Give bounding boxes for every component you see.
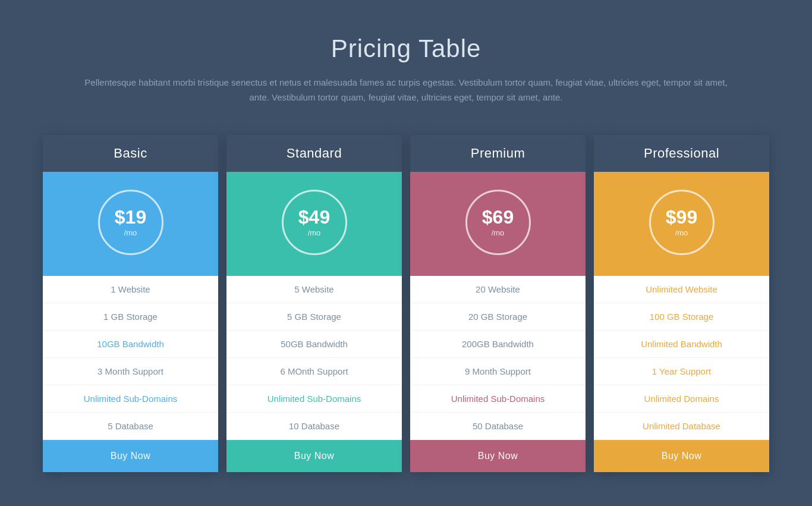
feature-item-premium-1: 20 GB Storage bbox=[410, 303, 586, 331]
feature-item-premium-0: 20 Website bbox=[410, 276, 586, 303]
feature-item-basic-5: 5 Database bbox=[43, 413, 218, 440]
plan-header-standard: Standard bbox=[226, 135, 402, 172]
plan-header-basic: Basic bbox=[43, 135, 218, 172]
price-circle-standard: $49/mo bbox=[282, 190, 347, 255]
plan-name-standard: Standard bbox=[287, 146, 342, 161]
plan-price-section-premium: $69/mo bbox=[410, 172, 586, 276]
plan-header-professional: Professional bbox=[594, 135, 769, 172]
plan-price-section-standard: $49/mo bbox=[226, 172, 402, 276]
price-period-premium: /mo bbox=[492, 228, 505, 237]
feature-item-basic-1: 1 GB Storage bbox=[43, 303, 218, 331]
buy-now-button-premium[interactable]: Buy Now bbox=[410, 440, 586, 472]
price-period-professional: /mo bbox=[675, 228, 688, 237]
feature-item-premium-3: 9 Month Support bbox=[410, 358, 586, 385]
price-amount-premium: $69 bbox=[482, 207, 514, 228]
buy-now-button-basic[interactable]: Buy Now bbox=[43, 440, 218, 472]
feature-item-premium-2: 200GB Bandwidth bbox=[410, 331, 586, 358]
feature-item-professional-5: Unlimited Database bbox=[594, 413, 769, 440]
plan-features-premium: 20 Website20 GB Storage200GB Bandwidth9 … bbox=[410, 276, 586, 440]
feature-item-standard-4: Unlimited Sub-Domains bbox=[226, 385, 402, 413]
plan-name-premium: Premium bbox=[471, 146, 525, 161]
feature-item-standard-1: 5 GB Storage bbox=[226, 303, 402, 331]
feature-item-premium-4: Unlimited Sub-Domains bbox=[410, 385, 586, 413]
price-circle-professional: $99/mo bbox=[649, 190, 715, 255]
plan-card-premium: Premium$69/mo20 Website20 GB Storage200G… bbox=[410, 135, 586, 472]
feature-item-basic-0: 1 Website bbox=[43, 276, 218, 303]
price-period-basic: /mo bbox=[124, 228, 137, 237]
plan-card-professional: Professional$99/moUnlimited Website100 G… bbox=[594, 135, 769, 472]
plan-price-section-basic: $19/mo bbox=[43, 172, 218, 276]
feature-item-standard-0: 5 Website bbox=[226, 276, 402, 303]
feature-item-professional-4: Unlimited Domains bbox=[594, 385, 769, 413]
feature-item-standard-5: 10 Database bbox=[226, 413, 402, 440]
plan-name-professional: Professional bbox=[644, 146, 719, 161]
plan-price-section-professional: $99/mo bbox=[594, 172, 769, 276]
page-title: Pricing Table bbox=[32, 34, 780, 63]
page-wrapper: Pricing Table Pellentesque habitant morb… bbox=[32, 34, 780, 472]
feature-item-professional-1: 100 GB Storage bbox=[594, 303, 769, 331]
price-period-standard: /mo bbox=[308, 228, 321, 237]
feature-item-premium-5: 50 Database bbox=[410, 413, 586, 440]
price-amount-basic: $19 bbox=[115, 207, 146, 228]
plan-card-basic: Basic$19/mo1 Website1 GB Storage10GB Ban… bbox=[43, 135, 218, 472]
page-description: Pellentesque habitant morbi tristique se… bbox=[79, 75, 733, 105]
buy-now-button-standard[interactable]: Buy Now bbox=[226, 440, 402, 472]
buy-now-button-professional[interactable]: Buy Now bbox=[594, 440, 769, 472]
feature-item-standard-3: 6 MOnth Support bbox=[226, 358, 402, 385]
plan-name-basic: Basic bbox=[114, 146, 147, 161]
price-amount-professional: $99 bbox=[666, 207, 697, 228]
plan-features-professional: Unlimited Website100 GB StorageUnlimited… bbox=[594, 276, 769, 440]
plans-container: Basic$19/mo1 Website1 GB Storage10GB Ban… bbox=[32, 135, 780, 472]
feature-item-basic-4: Unlimited Sub-Domains bbox=[43, 385, 218, 413]
plan-features-standard: 5 Website5 GB Storage50GB Bandwidth6 MOn… bbox=[226, 276, 402, 440]
plan-card-standard: Standard$49/mo5 Website5 GB Storage50GB … bbox=[226, 135, 402, 472]
feature-item-basic-2: 10GB Bandwidth bbox=[43, 331, 218, 358]
price-circle-basic: $19/mo bbox=[98, 190, 163, 255]
feature-item-professional-0: Unlimited Website bbox=[594, 276, 769, 303]
feature-item-standard-2: 50GB Bandwidth bbox=[226, 331, 402, 358]
price-circle-premium: $69/mo bbox=[465, 190, 531, 255]
feature-item-basic-3: 3 Month Support bbox=[43, 358, 218, 385]
plan-header-premium: Premium bbox=[410, 135, 586, 172]
feature-item-professional-3: 1 Year Support bbox=[594, 358, 769, 385]
price-amount-standard: $49 bbox=[298, 207, 330, 228]
plan-features-basic: 1 Website1 GB Storage10GB Bandwidth3 Mon… bbox=[43, 276, 218, 440]
feature-item-professional-2: Unlimited Bandwidth bbox=[594, 331, 769, 358]
